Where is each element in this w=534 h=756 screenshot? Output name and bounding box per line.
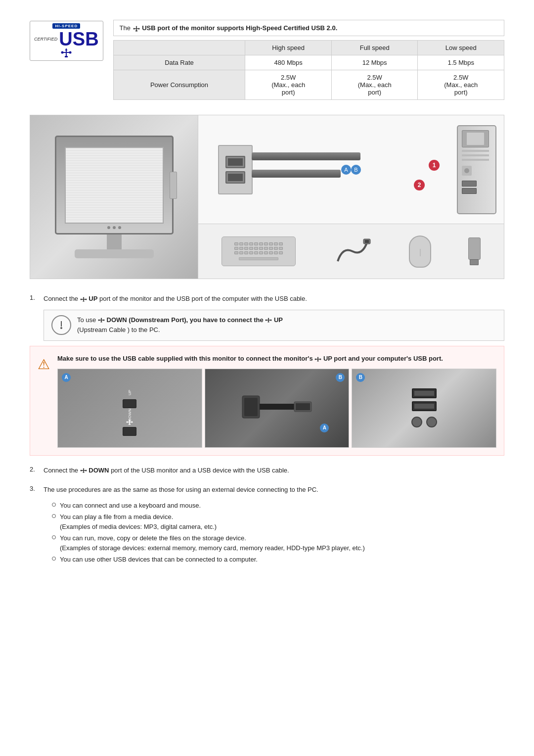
usb-stick-image	[468, 237, 481, 265]
svg-rect-11	[135, 30, 137, 31]
note-icon	[51, 315, 71, 335]
svg-point-30	[266, 320, 267, 321]
step1-number: 1.	[30, 294, 40, 301]
datarate-label: Data Rate	[113, 55, 245, 70]
list-item: You can play a file from a media device.…	[52, 512, 504, 531]
img-badge-b1: B	[336, 373, 345, 382]
svg-point-31	[270, 320, 272, 321]
pencil-icon	[56, 320, 67, 331]
step2-text: Connect the DOWN port of the USB monitor…	[44, 466, 289, 475]
bullet-icon	[52, 503, 56, 507]
power-label: Power Consumption	[113, 70, 245, 100]
step2-item: 2. Connect the DOWN port of the USB moni…	[30, 466, 504, 475]
svg-rect-27	[100, 322, 102, 323]
top-section: HI-SPEED CERTIFIED USB	[30, 20, 504, 100]
step3-item: 3. The use procedures are as the same as…	[30, 485, 504, 565]
table-row-power: Power Consumption 2.5W(Max., eachport) 2…	[113, 70, 504, 100]
certified-text: CERTIFIED	[34, 37, 57, 42]
warning-img-cable: B A	[205, 369, 350, 448]
img-badge-a2: A	[320, 424, 329, 432]
img-badge-b2: B	[356, 373, 365, 382]
svg-point-36	[315, 358, 316, 360]
sub-item-text: You can play a file from a media device.…	[60, 512, 217, 531]
svg-point-17	[85, 298, 87, 300]
warning-images: A UP DOWN B	[57, 369, 496, 448]
intro-bold: USB port of the monitor supports High-Sp…	[142, 24, 337, 32]
datarate-full: 12 Mbps	[331, 55, 418, 70]
instructions: 1. Connect the UP port of the monitor an…	[30, 294, 504, 565]
computer-tower	[457, 125, 496, 214]
note-box: To use DOWN (Downstream Port), you have …	[44, 310, 504, 341]
svg-rect-45	[129, 424, 131, 425]
svg-point-2	[61, 51, 64, 54]
note-bold2: UP	[274, 316, 283, 324]
usb-icon-step2	[80, 468, 87, 473]
usb-trident-icon	[59, 47, 73, 58]
sub-item-text: You can run, move, copy or delete the fi…	[60, 533, 365, 553]
usb-specs-table: High speed Full speed Low speed Data Rat…	[113, 40, 504, 100]
svg-point-53	[85, 470, 87, 472]
bullet-icon	[52, 514, 56, 518]
cable-svg	[237, 376, 316, 440]
svg-point-52	[80, 470, 82, 472]
connection-diagram: A B 1 2	[198, 115, 504, 224]
hi-speed-badge: HI-SPEED	[52, 23, 80, 29]
usb-logo-box: HI-SPEED CERTIFIED USB	[30, 21, 103, 61]
svg-rect-49	[296, 403, 310, 410]
svg-marker-4	[65, 48, 68, 50]
svg-rect-55	[83, 472, 84, 473]
step3: 3. The use procedures are as the same as…	[30, 485, 504, 495]
svg-point-25	[103, 320, 104, 321]
svg-marker-32	[268, 318, 269, 319]
sub-item-text: You can connect and use a keyboard and m…	[60, 501, 201, 511]
svg-rect-47	[244, 398, 258, 416]
usb-icon-inline	[133, 26, 140, 32]
num-2-circle: 2	[414, 180, 425, 190]
note-bold1: DOWN (Downstream Port), you have to conn…	[107, 316, 264, 324]
usb-icon-note1	[98, 318, 105, 323]
table-row-datarate: Data Rate 480 Mbps 12 Mbps 1.5 Mbps	[113, 55, 504, 70]
col-header-low: Low speed	[418, 41, 504, 55]
diagram-section: A B 1 2	[30, 115, 504, 279]
warning-bold: UP port and your computer's USB port.	[323, 355, 443, 362]
col-header-high: High speed	[245, 41, 332, 55]
warning-img-b2: B	[352, 369, 496, 448]
right-diagram: A B 1 2	[198, 115, 504, 279]
step1-text: Connect the UP port of the monitor and t…	[44, 294, 307, 304]
diagram-label-b: B	[351, 165, 361, 175]
step3-sub-list: You can connect and use a keyboard and m…	[52, 501, 504, 565]
usb-icon-step1	[80, 297, 87, 302]
usb-logo: HI-SPEED CERTIFIED USB	[30, 20, 103, 61]
power-full: 2.5W(Max., eachport)	[331, 70, 418, 100]
col-header-full: Full speed	[331, 41, 418, 55]
step2-number: 2.	[30, 466, 40, 473]
warning-text: Make sure to use the USB cable supplied …	[57, 354, 496, 364]
col-header-empty	[113, 41, 245, 55]
step2-bold: DOWN	[89, 467, 109, 474]
usb-icon-warning	[314, 357, 321, 362]
svg-point-24	[98, 320, 99, 321]
svg-point-9	[138, 28, 139, 29]
keyboard-image	[222, 236, 296, 266]
warning-icon: ⚠	[38, 356, 50, 373]
svg-rect-39	[317, 361, 319, 362]
svg-point-16	[80, 298, 82, 300]
svg-rect-5	[65, 56, 68, 57]
sub-item-text: You can use other USB devices that can b…	[60, 555, 258, 565]
usb-text: USB	[59, 30, 98, 48]
step3-text: The use procedures are as the same as th…	[44, 485, 318, 495]
step2: 2. Connect the DOWN port of the USB moni…	[30, 466, 504, 475]
mouse-image	[409, 236, 431, 268]
svg-point-8	[133, 28, 134, 29]
note-text: To use DOWN (Downstream Port), you have …	[77, 315, 283, 336]
warning-img-a: A UP DOWN	[57, 369, 202, 448]
warning-content: Make sure to use the USB cable supplied …	[57, 354, 496, 448]
svg-marker-38	[317, 357, 319, 358]
step3-number: 3.	[30, 485, 40, 492]
warning-box: ⚠ Make sure to use the USB cable supplie…	[30, 346, 504, 456]
num-1-circle: 1	[429, 160, 440, 171]
step1-item: 1. Connect the UP port of the monitor an…	[30, 294, 504, 456]
step1-bold: UP	[89, 295, 97, 302]
accessories-row	[198, 224, 504, 279]
svg-point-42	[127, 421, 128, 423]
